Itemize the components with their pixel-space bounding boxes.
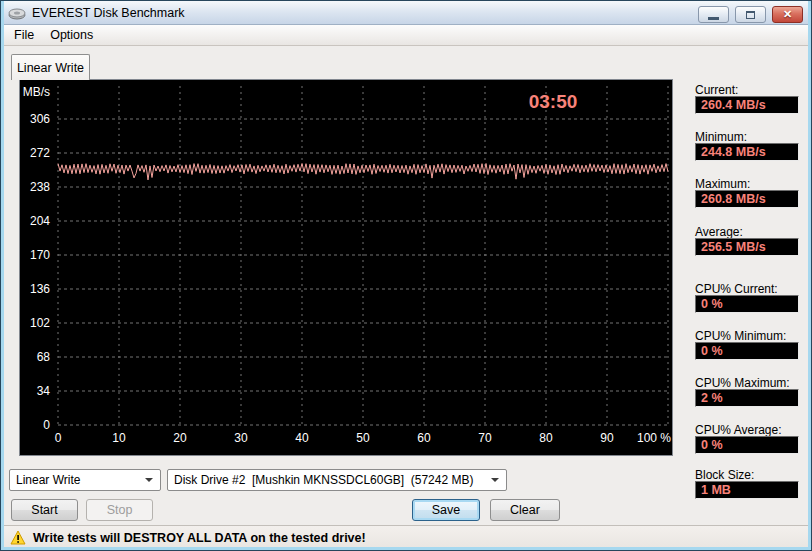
elapsed-time-label: 03:50 xyxy=(529,91,578,112)
status-bar: Write tests will DESTROY ALL DATA on the… xyxy=(2,525,810,549)
x-tick-label: 0 xyxy=(55,431,62,445)
x-tick-label: 70 xyxy=(478,431,492,445)
x-tick-label: 20 xyxy=(173,431,187,445)
stat-value-cpu-average: 0 % xyxy=(695,436,799,454)
test-type-value: Linear Write xyxy=(16,473,141,487)
stat-value-cpu-maximum: 2 % xyxy=(695,389,799,407)
window-controls: ✕ xyxy=(698,6,803,23)
stat-value-cpu-minimum: 0 % xyxy=(695,342,799,360)
y-tick-label: 204 xyxy=(30,214,50,228)
save-button[interactable]: Save xyxy=(412,499,480,521)
y-tick-label: 272 xyxy=(30,146,50,160)
stat-label-minimum: Minimum: xyxy=(695,130,747,144)
x-tick-label: 30 xyxy=(234,431,248,445)
test-type-select[interactable]: Linear Write xyxy=(9,469,161,491)
disk-icon xyxy=(8,6,26,20)
drive-value: Disk Drive #2 [Mushkin MKNSSDCL60GB] (57… xyxy=(174,473,487,487)
x-tick-label: 40 xyxy=(295,431,309,445)
menu-options[interactable]: Options xyxy=(42,26,101,44)
minimize-button[interactable] xyxy=(698,6,729,23)
tab-linear-write[interactable]: Linear Write xyxy=(11,54,90,80)
maximize-button[interactable] xyxy=(735,6,766,23)
y-tick-label: 68 xyxy=(37,350,51,364)
stat-value-average: 256.5 MB/s xyxy=(695,238,799,256)
stat-label-cpu-minimum: CPU% Minimum: xyxy=(695,329,786,343)
benchmark-chart: 03468102136170204238272306MB/s0102030405… xyxy=(19,79,673,456)
status-warning-text: Write tests will DESTROY ALL DATA on the… xyxy=(33,531,366,545)
x-tick-label: 60 xyxy=(417,431,431,445)
y-tick-label: 102 xyxy=(30,316,50,330)
warning-icon xyxy=(10,530,26,545)
drive-select[interactable]: Disk Drive #2 [Mushkin MKNSSDCL60GB] (57… xyxy=(167,469,507,491)
start-button[interactable]: Start xyxy=(11,499,78,521)
stat-value-cpu-current: 0 % xyxy=(695,295,799,313)
x-tick-label: 100 % xyxy=(637,431,671,445)
stat-label-average: Average: xyxy=(695,225,743,239)
stat-value-current: 260.4 MB/s xyxy=(695,96,799,114)
y-tick-label: 170 xyxy=(30,248,50,262)
clear-button[interactable]: Clear xyxy=(490,499,560,521)
y-tick-label: 0 xyxy=(43,418,50,432)
stat-label-maximum: Maximum: xyxy=(695,177,750,191)
menu-bar: File Options xyxy=(2,25,810,46)
chevron-down-icon xyxy=(491,478,499,482)
x-tick-label: 50 xyxy=(356,431,370,445)
stat-value-block-size: 1 MB xyxy=(695,481,799,499)
stop-button[interactable]: Stop xyxy=(86,499,153,521)
chevron-down-icon xyxy=(145,478,153,482)
y-tick-label: 306 xyxy=(30,112,50,126)
stat-label-cpu-maximum: CPU% Maximum: xyxy=(695,376,790,390)
x-tick-label: 10 xyxy=(112,431,126,445)
stat-label-block-size: Block Size: xyxy=(695,468,754,482)
stat-value-minimum: 244.8 MB/s xyxy=(695,143,799,161)
stat-label-cpu-average: CPU% Average: xyxy=(695,423,782,437)
y-tick-label: 136 xyxy=(30,282,50,296)
title-bar[interactable]: EVEREST Disk Benchmark ✕ xyxy=(1,1,811,25)
maximize-icon xyxy=(746,11,755,19)
menu-file[interactable]: File xyxy=(6,26,42,44)
minimize-icon xyxy=(708,17,719,20)
app-window: EVEREST Disk Benchmark ✕ File Options Li… xyxy=(0,0,812,551)
close-button[interactable]: ✕ xyxy=(772,6,803,23)
x-tick-label: 90 xyxy=(600,431,614,445)
y-tick-label: 238 xyxy=(30,180,50,194)
y-axis-unit-label: MB/s xyxy=(23,85,50,99)
stats-panel: Current:260.4 MB/sMinimum:244.8 MB/sMaxi… xyxy=(694,1,802,526)
x-tick-label: 80 xyxy=(539,431,553,445)
chart-canvas: 03468102136170204238272306MB/s0102030405… xyxy=(20,80,672,455)
stat-label-cpu-current: CPU% Current: xyxy=(695,282,778,296)
close-icon: ✕ xyxy=(783,8,792,21)
stat-label-current: Current: xyxy=(695,83,738,97)
stat-value-maximum: 260.8 MB/s xyxy=(695,190,799,208)
window-title: EVEREST Disk Benchmark xyxy=(32,6,185,20)
y-tick-label: 34 xyxy=(37,384,51,398)
